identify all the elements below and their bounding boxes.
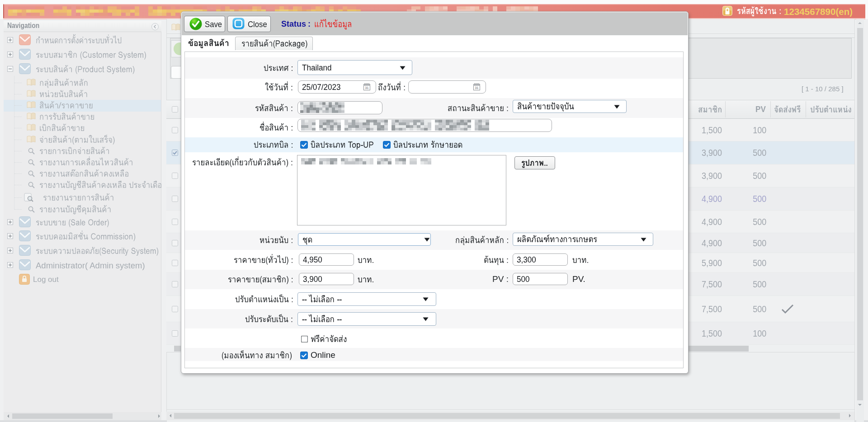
svg-text:31: 31 <box>475 86 479 89</box>
svg-text:31: 31 <box>365 86 369 89</box>
